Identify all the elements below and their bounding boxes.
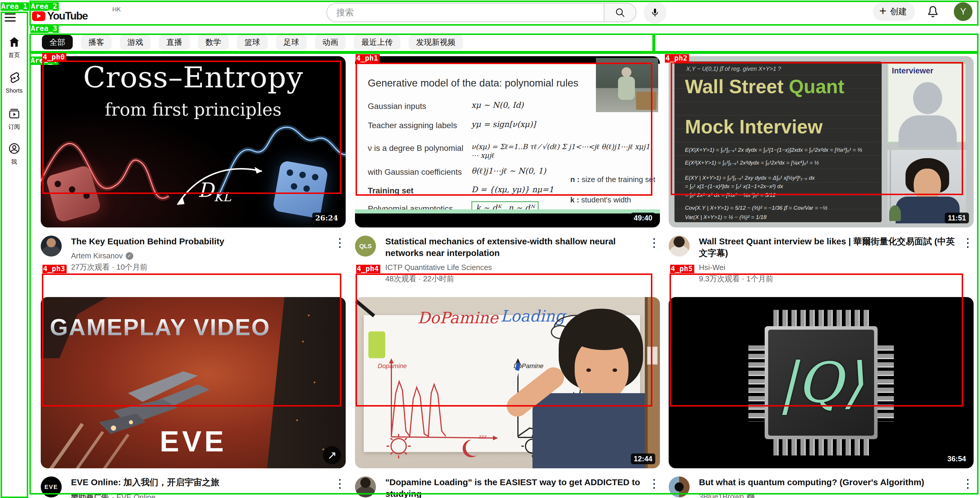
channel-avatar[interactable]: EVE [41,476,62,497]
kebab-menu-icon[interactable]: ⋮ [962,237,974,248]
profile-icon [8,142,21,155]
chip-podcasts[interactable]: 播客 [81,35,112,49]
ad-arrow-icon: ↗ [323,446,341,464]
voice-search-button[interactable] [644,1,666,24]
channel-avatar[interactable] [669,236,690,257]
create-button[interactable]: + 创建 [873,2,915,21]
chip-soccer[interactable]: 足球 [276,35,307,49]
q-ket-text: |Q⟩ [778,351,864,415]
avatar-text: EVE [45,484,58,490]
video-title[interactable]: The Key Equation Behind Probability [71,236,327,247]
sidebar-label-profile: 我 [0,158,28,166]
handwriting-line: E(X²|X+Y>1) = ∫₀¹∫₁₋ₓ¹ 2x²dydx = ∫₀¹2x³d… [685,159,819,166]
annotation-area3-box-right [654,34,978,53]
chip-gaming[interactable]: 游戏 [120,35,151,49]
channel-name[interactable]: 3Blue1Brown✓ [699,492,955,498]
video-thumbnail[interactable]: DoPamine Loading Dopa [355,297,660,468]
search-button[interactable] [604,3,636,22]
chip-pins [877,344,894,422]
notifications-button[interactable] [925,5,940,20]
slide-row-math: yμ = sign[ν(xμ)] [471,120,536,129]
video-card: Generative model of the data: polynomial… [355,56,660,284]
account-avatar[interactable]: Y [954,2,972,21]
chip-recent-uploads[interactable]: 最近上传 [354,35,400,49]
axis-label: Dopamine [378,362,407,370]
sidebar-label-home: 首页 [0,51,28,59]
duration-badge: 26:24 [312,212,341,223]
chip-new-discovery[interactable]: 发现新视频 [409,35,463,49]
sidebar-item-shorts[interactable]: Shorts [0,72,28,94]
duration-badge: 12:44 [631,453,655,464]
search-input[interactable] [336,8,587,18]
slide-row-label: ν is a degree B polynomial [368,144,463,153]
chip-math[interactable]: 数学 [198,35,229,49]
sidebar-item-profile[interactable]: 我 [0,142,28,166]
duration-badge: 36:54 [945,453,969,464]
slide-row-label: with Gaussian coefficients [368,168,462,177]
video-meta: 48次观看 · 22小时前 [385,274,641,284]
youtube-logo[interactable]: YouTube HK [32,10,88,22]
channel-avatar[interactable]: QLS [355,236,376,257]
slide-title: Generative model of the data: polynomial… [368,77,579,89]
slide-row-math: θ(ℓ)j1⋯jℓ ∼ N(0, 1) [471,166,546,176]
interviewer-panel: Interviewer [888,63,966,142]
chip-basketball[interactable]: 篮球 [237,35,268,49]
youtube-play-icon [32,11,45,21]
filter-chips-bar: 全部 播客 游戏 直播 数学 篮球 足球 动画 最近上传 发现新视频 [42,35,463,49]
chip-live[interactable]: 直播 [159,35,190,49]
kebab-menu-icon[interactable]: ⋮ [334,477,346,489]
kebab-menu-icon[interactable]: ⋮ [334,237,346,248]
channel-name[interactable]: ICTP Quantitative Life Sciences [385,263,641,272]
slide-row-math: ν(xμ) = Σℓ=1..B τℓ ⁄ √(dℓ) Σ j1<⋯<jℓ θ(ℓ… [471,142,652,160]
video-thumbnail[interactable]: Cross–Entropy from first principles DKL … [41,56,346,227]
chip-pins [748,344,765,422]
thumb-title-text: Wall Street Quant [685,75,845,97]
handwriting-line: E(X|X+Y>1) = ∫₀¹∫₁₋ₓ¹ 2x dydx = ∫₀¹[1−(1… [685,147,862,153]
handwriting-line: = ∫₀¹ x[1−(1−x)²]dx = ∫₀¹ x(1−1+2x−x²) d… [685,183,783,190]
thumb-title-text: GAMEPLAY VIDEO [41,314,279,341]
channel-name[interactable]: Hsi-Wei [699,263,955,272]
annotation-area3-label: Area_3 [30,24,59,33]
video-title[interactable]: Wall Street Quant interview be likes | 華… [699,236,955,259]
slide-note: n : size of the training set [570,175,658,184]
kebab-menu-icon[interactable]: ⋮ [648,477,660,489]
video-thumbnail[interactable]: X,Y ~ U(0,1) β̂ of reg. given X+Y>1 ? Wa… [669,56,974,227]
video-title[interactable]: But what is quantum computing? (Grover's… [699,476,955,488]
video-title[interactable]: EVE Online: 加入我们，开启宇宙之旅 [71,476,327,488]
menu-hamburger-icon[interactable] [5,13,16,22]
sidebar-item-subscriptions[interactable]: 订阅 [0,107,28,131]
verified-icon: ✓ [126,252,133,260]
bell-icon [925,5,940,20]
blackboard: X,Y ~ U(0,1) β̂ of reg. given X+Y>1 ? Wa… [675,61,881,222]
microphone-icon [650,7,660,18]
video-title[interactable]: "Dopamine Loading" is the EASIEST way to… [385,476,641,498]
search-bar[interactable] [326,3,604,22]
sidebar-item-home[interactable]: 首页 [0,35,28,59]
slide-progress-strip [355,209,660,214]
channel-avatar[interactable] [669,476,690,497]
video-title[interactable]: Statistical mechanics of extensive-width… [385,236,641,259]
duration-badge: 49:40 [631,212,655,223]
sidebar-label-subscriptions: 订阅 [0,123,28,131]
video-card: Cross–Entropy from first principles DKL … [41,56,346,272]
kebab-menu-icon[interactable]: ⋮ [962,477,974,489]
chip-all[interactable]: 全部 [42,35,73,49]
create-button-label: 创建 [890,6,907,18]
video-thumbnail[interactable]: GAMEPLAY VIDEO EVE ↗ [41,297,346,468]
speaker-inset-video [596,58,658,112]
chip-animation[interactable]: 动画 [315,35,346,49]
eve-logo: EVE [41,425,346,458]
channel-name[interactable]: Artem Kirsanov✓ [71,251,327,260]
handwriting-line: X,Y ~ U(0,1) β̂ of reg. given X+Y>1 ? [686,65,781,72]
video-meta: 9.3万次观看 · 1个月前 [699,274,955,284]
pinned-photo [647,346,658,365]
handwriting-line: Cov(X.Y | X+Y>1) = 5/12 − (⅔)² = −1/36 β… [685,205,827,211]
video-thumbnail[interactable]: |Q⟩ 36:54 [669,297,974,468]
chip-pins [771,439,871,455]
channel-avatar[interactable] [41,236,62,257]
region-code: HK [112,6,121,13]
zzz-doodle: zzz [479,434,487,440]
channel-avatar[interactable] [355,476,376,497]
kebab-menu-icon[interactable]: ⋮ [648,237,660,248]
video-thumbnail[interactable]: Generative model of the data: polynomial… [355,56,660,227]
